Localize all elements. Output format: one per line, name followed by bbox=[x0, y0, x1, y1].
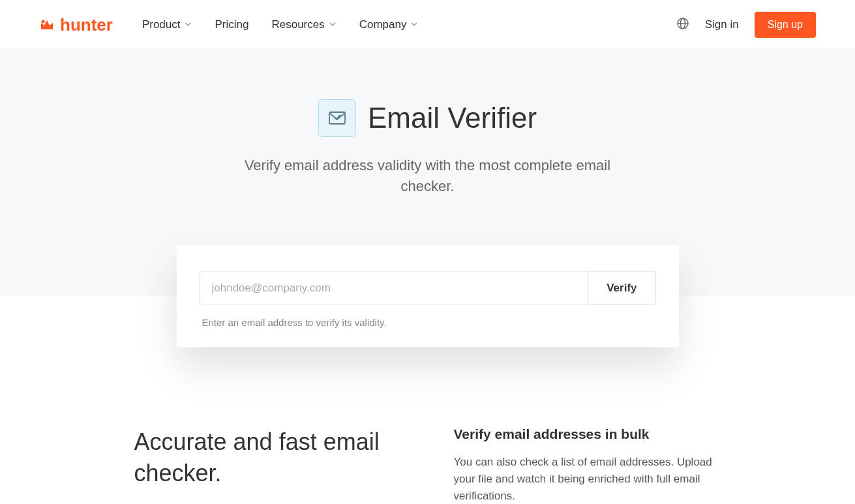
verify-hint: Enter an email address to verify its val… bbox=[200, 316, 656, 327]
content-heading: Verify email addresses in bulk bbox=[454, 426, 721, 442]
content-right: Verify email addresses in bulk You can a… bbox=[454, 426, 721, 504]
nav-resources-label: Resources bbox=[271, 18, 324, 31]
hunter-logo-icon bbox=[39, 18, 55, 32]
email-input[interactable] bbox=[200, 271, 588, 304]
sign-up-button[interactable]: Sign up bbox=[755, 12, 816, 38]
sign-in-link[interactable]: Sign in bbox=[705, 18, 739, 31]
chevron-down-icon bbox=[329, 18, 337, 31]
main-nav: Product Pricing Resources Company bbox=[142, 18, 676, 31]
content-text: You can also check a list of email addre… bbox=[454, 454, 721, 504]
nav-pricing[interactable]: Pricing bbox=[215, 18, 248, 31]
chevron-down-icon bbox=[410, 18, 418, 31]
nav-resources[interactable]: Resources bbox=[271, 18, 336, 31]
chevron-down-icon bbox=[184, 18, 192, 31]
page-title: Email Verifier bbox=[368, 102, 537, 134]
nav-company[interactable]: Company bbox=[359, 18, 419, 31]
nav-pricing-label: Pricing bbox=[215, 18, 248, 31]
content-left: Accurate and fast email checker. bbox=[134, 426, 402, 504]
header-actions: Sign in Sign up bbox=[676, 12, 816, 38]
verify-button[interactable]: Verify bbox=[588, 271, 655, 304]
verify-form: Verify bbox=[200, 271, 656, 304]
nav-product-label: Product bbox=[142, 18, 181, 31]
logo-link[interactable]: hunter bbox=[39, 15, 113, 35]
logo-text: hunter bbox=[60, 15, 113, 35]
svg-point-0 bbox=[42, 20, 45, 23]
language-selector[interactable] bbox=[676, 17, 689, 33]
nav-company-label: Company bbox=[359, 18, 407, 31]
email-verifier-icon bbox=[318, 99, 356, 137]
hero-section: Email Verifier Verify email address vali… bbox=[0, 50, 855, 296]
main-header: hunter Product Pricing Resources Company bbox=[0, 0, 855, 50]
hero-header: Email Verifier bbox=[0, 99, 855, 137]
verify-box: Verify Enter an email address to verify … bbox=[177, 245, 679, 347]
nav-product[interactable]: Product bbox=[142, 18, 192, 31]
page-subtitle: Verify email address validity with the m… bbox=[226, 155, 630, 197]
content-title: Accurate and fast email checker. bbox=[134, 426, 402, 490]
